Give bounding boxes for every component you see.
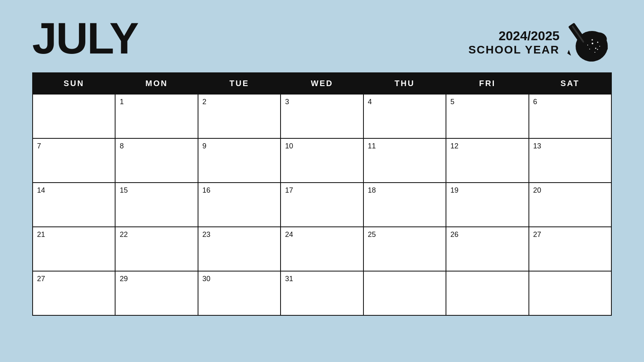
day-number: 9: [202, 142, 206, 150]
year-label: 2024/2025: [469, 29, 559, 43]
calendar-cell[interactable]: 19: [446, 183, 528, 227]
day-number: 29: [120, 275, 128, 283]
days-row: SUNMONTUEWEDTHUFRISAT: [33, 73, 611, 94]
calendar-header: SUNMONTUEWEDTHUFRISAT: [33, 73, 611, 94]
calendar-cell[interactable]: [363, 271, 446, 315]
calendar-cell[interactable]: 27: [33, 271, 115, 315]
day-number: 2: [202, 98, 206, 106]
calendar-cell[interactable]: 15: [115, 183, 198, 227]
day-number: 5: [450, 98, 454, 106]
calendar-cell[interactable]: 8: [115, 138, 198, 183]
day-header-wed: WED: [281, 73, 363, 94]
day-header-sun: SUN: [33, 73, 115, 94]
calendar-cell[interactable]: 29: [115, 271, 198, 315]
calendar-cell[interactable]: 13: [529, 138, 611, 183]
day-number: 24: [285, 230, 293, 239]
calendar-cell[interactable]: [446, 271, 528, 315]
day-header-fri: FRI: [446, 73, 528, 94]
calendar-body: 1234567891011121314151617181920212223242…: [33, 94, 611, 315]
month-title: JULY: [32, 16, 138, 60]
day-number: 21: [37, 230, 45, 239]
school-year-block: 2024/2025 SCHOOL YEAR: [469, 20, 612, 64]
calendar-cell[interactable]: 27: [529, 227, 611, 271]
calendar-cell[interactable]: 31: [281, 271, 363, 315]
day-number: 22: [120, 230, 128, 239]
svg-point-14: [599, 46, 600, 47]
day-number: 20: [533, 186, 541, 194]
page: JULY 2024/2025 SCHOOL YEAR: [0, 0, 644, 362]
svg-marker-6: [566, 50, 572, 57]
day-number: 31: [285, 275, 293, 283]
day-number: 7: [37, 142, 41, 150]
svg-point-13: [594, 52, 595, 53]
calendar-cell[interactable]: 3: [281, 94, 363, 138]
school-year-text: 2024/2025 SCHOOL YEAR: [469, 29, 559, 56]
day-header-thu: THU: [363, 73, 446, 94]
day-number: 11: [368, 142, 376, 150]
calendar-cell[interactable]: 23: [198, 227, 281, 271]
day-number: 27: [37, 275, 45, 283]
calendar-cell[interactable]: 9: [198, 138, 281, 183]
svg-point-3: [600, 45, 608, 51]
calendar-cell[interactable]: 24: [281, 227, 363, 271]
day-number: 13: [533, 142, 541, 150]
calendar-cell[interactable]: 2: [198, 94, 281, 138]
calendar-cell[interactable]: 22: [115, 227, 198, 271]
day-number: 4: [368, 98, 372, 106]
school-year-label: SCHOOL YEAR: [469, 43, 559, 56]
svg-point-12: [587, 45, 588, 45]
calendar-cell[interactable]: 12: [446, 138, 528, 183]
calendar-cell[interactable]: 4: [363, 94, 446, 138]
svg-text:✦: ✦: [597, 48, 599, 51]
day-number: 19: [450, 186, 458, 194]
calendar-cell[interactable]: 10: [281, 138, 363, 183]
day-number: 25: [368, 230, 376, 239]
week-row-4: 27293031: [33, 271, 611, 315]
pen-icon: ✦ ✦: [564, 20, 612, 64]
calendar-cell[interactable]: 25: [363, 227, 446, 271]
week-row-0: 123456: [33, 94, 611, 138]
day-number: 27: [533, 230, 541, 239]
svg-point-8: [592, 43, 593, 44]
day-number: 18: [368, 186, 376, 194]
calendar-cell[interactable]: 17: [281, 183, 363, 227]
day-number: 16: [202, 186, 211, 194]
calendar-cell[interactable]: 1: [115, 94, 198, 138]
calendar-cell[interactable]: 16: [198, 183, 281, 227]
calendar-cell[interactable]: 11: [363, 138, 446, 183]
day-number: 10: [285, 142, 293, 150]
day-header-mon: MON: [115, 73, 198, 94]
calendar-cell[interactable]: 6: [529, 94, 611, 138]
day-number: 14: [37, 186, 45, 194]
calendar-cell[interactable]: [529, 271, 611, 315]
calendar-cell[interactable]: 30: [198, 271, 281, 315]
calendar-cell[interactable]: 18: [363, 183, 446, 227]
week-row-2: 14151617181920: [33, 183, 611, 227]
svg-point-11: [597, 42, 599, 43]
calendar-cell[interactable]: 7: [33, 138, 115, 183]
calendar-cell[interactable]: 26: [446, 227, 528, 271]
day-number: 23: [202, 230, 211, 239]
day-number: 6: [533, 98, 537, 106]
svg-text:✦: ✦: [591, 38, 594, 42]
calendar-cell[interactable]: 14: [33, 183, 115, 227]
day-number: 17: [285, 186, 293, 194]
calendar-cell[interactable]: 5: [446, 94, 528, 138]
day-number: 3: [285, 98, 289, 106]
calendar: SUNMONTUEWEDTHUFRISAT 123456789101112131…: [32, 72, 612, 316]
svg-point-10: [589, 49, 590, 49]
header: JULY 2024/2025 SCHOOL YEAR: [32, 16, 612, 64]
day-number: 15: [120, 186, 128, 194]
calendar-cell[interactable]: [33, 94, 115, 138]
day-number: 26: [450, 230, 458, 239]
day-number: 12: [450, 142, 458, 150]
week-row-1: 78910111213: [33, 138, 611, 183]
week-row-3: 21222324252627: [33, 227, 611, 271]
day-header-tue: TUE: [198, 73, 281, 94]
day-header-sat: SAT: [529, 73, 611, 94]
day-number: 8: [120, 142, 124, 150]
day-number: 1: [120, 98, 124, 106]
day-number: 30: [202, 275, 211, 283]
calendar-cell[interactable]: 21: [33, 227, 115, 271]
calendar-cell[interactable]: 20: [529, 183, 611, 227]
